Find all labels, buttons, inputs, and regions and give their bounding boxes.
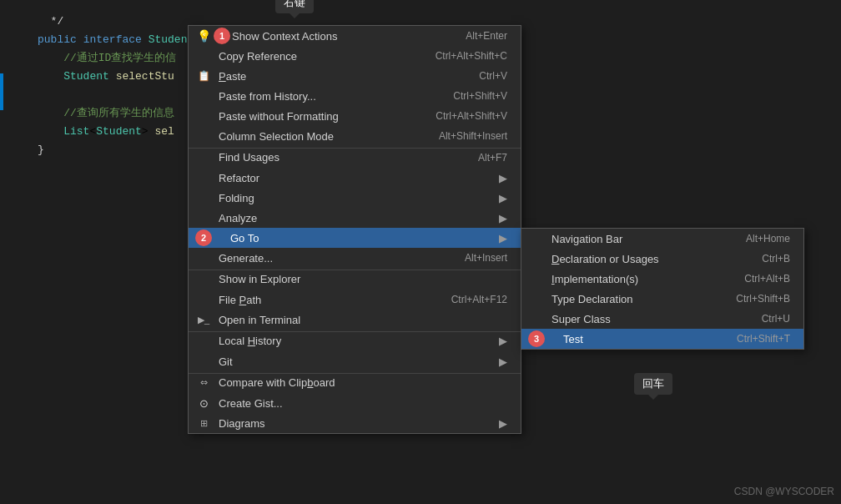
menu-item-folding[interactable]: Folding ▶ xyxy=(189,188,521,208)
menu-item-paste-no-format[interactable]: Paste without Formatting Ctrl+Alt+Shift+… xyxy=(189,106,521,126)
badge-1: 1 xyxy=(214,28,230,44)
submenu-item-type-declaration[interactable]: Type Declaration Ctrl+Shift+B xyxy=(521,289,803,309)
menu-item-refactor[interactable]: Refactor ▶ xyxy=(189,168,521,188)
gutter-accent-1 xyxy=(0,73,3,110)
terminal-icon: ▶_ xyxy=(195,315,212,325)
compare-icon: ⇔ xyxy=(195,377,212,388)
submenu-item-declaration[interactable]: Declaration or Usages Ctrl+B xyxy=(521,249,803,269)
menu-item-git[interactable]: Git ▶ xyxy=(189,351,521,371)
menu-item-create-gist[interactable]: ⊙ Create Gist... xyxy=(189,393,521,413)
menu-item-column-selection[interactable]: Column Selection Mode Alt+Shift+Insert xyxy=(189,126,521,146)
menu-item-paste-history[interactable]: Paste from History... Ctrl+Shift+V xyxy=(189,86,521,106)
submenu-item-super-class[interactable]: Super Class Ctrl+U xyxy=(521,309,803,329)
submenu-goto: Navigation Bar Alt+Home Declaration or U… xyxy=(521,228,804,350)
menu-item-find-usages[interactable]: Find Usages Alt+F7 xyxy=(189,148,521,168)
arrow-icon-folding: ▶ xyxy=(499,192,507,204)
lightbulb-icon: 💡 xyxy=(195,29,212,43)
arrow-icon-goto: ▶ xyxy=(499,232,507,244)
arrow-icon-git: ▶ xyxy=(499,355,507,368)
arrow-icon-diagrams: ▶ xyxy=(499,417,507,430)
badge-2: 2 xyxy=(195,229,212,246)
menu-item-paste[interactable]: 📋 Paste Ctrl+V xyxy=(189,66,521,86)
submenu-item-test[interactable]: 3 Test Ctrl+Shift+T xyxy=(521,329,803,349)
menu-item-open-terminal[interactable]: ▶_ Open in Terminal xyxy=(189,310,521,330)
menu-item-copy-reference[interactable]: Copy Reference Ctrl+Alt+Shift+C xyxy=(189,46,521,66)
menu-item-generate[interactable]: Generate... Alt+Insert xyxy=(189,248,521,268)
submenu-item-navigation-bar[interactable]: Navigation Bar Alt+Home xyxy=(521,229,803,249)
github-icon: ⊙ xyxy=(195,397,212,410)
paste-icon: 📋 xyxy=(195,70,212,82)
arrow-icon-history: ▶ xyxy=(499,335,507,347)
watermark: CSDN @WYSCODER xyxy=(734,486,834,497)
diagrams-icon: ⊞ xyxy=(195,418,212,429)
menu-item-show-context-actions[interactable]: 💡 1 Show Context Actions Alt+Enter xyxy=(189,26,521,46)
menu-item-compare-clipboard[interactable]: ⇔ Compare with Clipboard xyxy=(189,373,521,393)
arrow-icon-analyze: ▶ xyxy=(499,212,507,224)
menu-item-local-history[interactable]: Local History ▶ xyxy=(189,331,521,351)
menu-item-show-explorer[interactable]: Show in Explorer xyxy=(189,270,521,290)
submenu-item-implementation[interactable]: Implementation(s) Ctrl+Alt+B xyxy=(521,269,803,289)
badge-3: 3 xyxy=(528,330,545,347)
menu-item-analyze[interactable]: Analyze ▶ xyxy=(189,208,521,228)
menu-item-diagrams[interactable]: ⊞ Diagrams ▶ xyxy=(189,413,521,433)
menu-item-file-path[interactable]: File Path Ctrl+Alt+F12 xyxy=(189,290,521,310)
tooltip-right-key: 右键 xyxy=(275,0,314,13)
arrow-icon: ▶ xyxy=(499,172,507,184)
menu-item-go-to[interactable]: 2 Go To ▶ Navigation Bar Alt+Home Declar… xyxy=(189,228,521,248)
context-menu: 💡 1 Show Context Actions Alt+Enter Copy … xyxy=(188,25,521,434)
tooltip-enter: 回车 xyxy=(634,373,672,395)
